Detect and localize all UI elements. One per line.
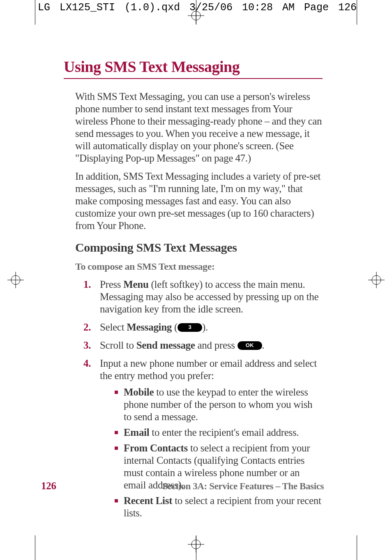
- ui-term: From Contacts: [124, 442, 188, 454]
- ui-term: Email: [124, 427, 149, 438]
- step-number: 1.: [83, 278, 100, 291]
- paragraph: In addition, SMS Text Messaging includes…: [75, 170, 323, 232]
- list-item: Email to enter the recipient's email add…: [115, 426, 323, 439]
- section-label: Section 3A: Service Features – The Basic…: [162, 481, 324, 492]
- procedure-lead: To compose an SMS Text message:: [75, 261, 323, 273]
- registration-mark-icon: [368, 272, 385, 288]
- ui-term: Messaging: [127, 322, 172, 333]
- step-item: 4. Input a new phone number or email add…: [83, 357, 323, 523]
- page-footer: 126 Section 3A: Service Features – The B…: [41, 480, 324, 492]
- page-title: Using SMS Text Messaging: [64, 58, 323, 76]
- step-number: 3.: [83, 339, 100, 352]
- prepress-slug: LG LX125_STI (1.0).qxd 3/25/06 10:28 AM …: [38, 2, 357, 14]
- page-number: 126: [41, 480, 56, 492]
- step-number: 4.: [83, 357, 100, 370]
- step-text: Select Messaging (3).: [100, 321, 323, 333]
- ui-term: Send message: [136, 340, 195, 351]
- ui-term: Menu: [123, 279, 148, 290]
- step-item: 2. Select Messaging (3).: [83, 321, 323, 333]
- body: With SMS Text Messaging, you can use a p…: [75, 90, 323, 523]
- step-item: 3. Scroll to Send message and press OK.: [83, 339, 323, 352]
- step-item: 1. Press Menu (left softkey) to access t…: [83, 278, 323, 315]
- step-number: 2.: [83, 321, 100, 333]
- registration-mark-icon: [188, 536, 204, 553]
- paragraph: With SMS Text Messaging, you can use a p…: [75, 90, 323, 164]
- step-text: Scroll to Send message and press OK.: [100, 339, 323, 352]
- ui-term: Recent List: [124, 495, 172, 506]
- list-item: Mobile to use the keypad to enter the wi…: [115, 386, 323, 423]
- list-item: Recent List to select a recipient from y…: [115, 495, 323, 519]
- title-rule: [64, 78, 323, 79]
- phone-key-icon: OK: [238, 341, 262, 350]
- step-text: Input a new phone number or email addres…: [100, 357, 323, 523]
- step-text: Press Menu (left softkey) to access the …: [100, 278, 323, 315]
- phone-key-icon: 3: [178, 323, 202, 332]
- ui-term: Mobile: [124, 386, 154, 398]
- registration-mark-icon: [7, 272, 24, 288]
- sub-list: Mobile to use the keypad to enter the wi…: [100, 386, 323, 519]
- page-content: Using SMS Text Messaging With SMS Text M…: [64, 58, 323, 528]
- section-heading: Composing SMS Text Messages: [75, 240, 323, 255]
